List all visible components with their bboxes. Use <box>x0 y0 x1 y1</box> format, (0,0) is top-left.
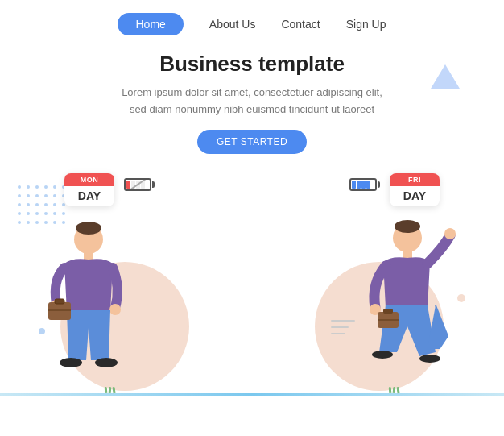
svg-rect-18 <box>383 309 393 314</box>
svg-point-11 <box>395 220 420 233</box>
triangle-decoration <box>431 64 460 89</box>
person-monday <box>44 215 141 396</box>
calendar-monday-header: MON <box>64 173 114 186</box>
nav-contact[interactable]: Contact <box>281 18 320 31</box>
svg-rect-7 <box>48 302 71 320</box>
scene-container: MON DAY FRI DAY <box>0 157 504 431</box>
calendar-friday-header: FRI <box>390 173 440 186</box>
svg-point-14 <box>444 228 456 239</box>
hero-section: Business template Lorem ipsum dolor sit … <box>0 52 504 154</box>
battery-tip-full <box>378 181 380 188</box>
svg-rect-8 <box>55 299 64 304</box>
hero-subtitle: Lorem ipsum dolor sit amet, consectetuer… <box>0 85 504 118</box>
battery-full <box>349 178 380 191</box>
get-started-button[interactable]: GET STARTED <box>197 130 307 154</box>
svg-point-6 <box>95 358 118 367</box>
svg-point-4 <box>109 304 121 315</box>
person-friday <box>355 215 460 396</box>
battery-low <box>124 178 155 191</box>
hero-title: Business template <box>0 52 504 77</box>
svg-point-1 <box>76 222 101 235</box>
calendar-monday: MON DAY <box>64 173 114 206</box>
calendar-monday-body: DAY <box>64 186 114 206</box>
svg-point-15 <box>372 351 393 359</box>
battery-tip-low <box>152 181 155 188</box>
nav-home[interactable]: Home <box>118 13 183 35</box>
navbar: Home About Us Contact Sign Up <box>0 0 504 44</box>
svg-point-5 <box>60 358 82 367</box>
calendar-friday-body: DAY <box>390 186 440 206</box>
battery-body-low <box>124 178 151 191</box>
speed-lines <box>331 320 355 334</box>
calendar-friday: FRI DAY <box>390 173 440 206</box>
battery-body-full <box>349 178 377 191</box>
nav-signup[interactable]: Sign Up <box>346 18 386 31</box>
nav-about[interactable]: About Us <box>209 18 256 31</box>
svg-point-16 <box>419 355 440 363</box>
